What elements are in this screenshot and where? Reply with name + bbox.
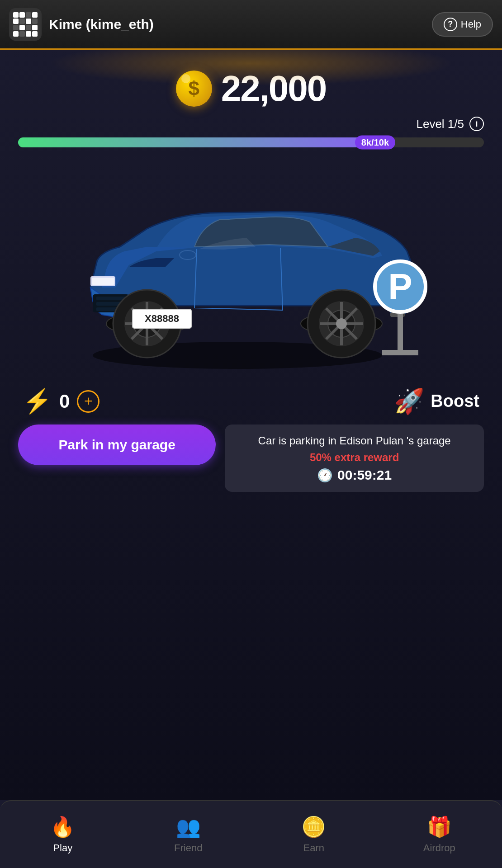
balance-amount: 22,000	[221, 68, 327, 109]
svg-rect-6	[92, 278, 114, 285]
app-header: Kime (kime_eth) ? Help	[0, 0, 502, 50]
add-energy-button[interactable]: +	[77, 390, 99, 413]
energy-left: ⚡ 0 +	[23, 387, 99, 415]
app-logo	[9, 8, 42, 41]
help-circle-icon: ?	[444, 18, 457, 31]
earn-icon: 🪙	[301, 815, 326, 839]
balance-row: $ 22,000	[176, 68, 327, 109]
nav-item-earn[interactable]: 🪙 Earn	[251, 815, 377, 854]
progress-bar-fill: 8k/10k	[18, 137, 391, 147]
header-left: Kime (kime_eth)	[9, 8, 154, 41]
coin-symbol: $	[188, 77, 199, 100]
info-icon[interactable]: i	[469, 117, 484, 131]
username-label: Kime (kime_eth)	[49, 17, 154, 32]
svg-point-26	[180, 250, 196, 259]
bottom-nav: 🔥 Play 👥 Friend 🪙 Earn 🎁 Airdrop	[0, 800, 502, 868]
level-row: Level 1/5 i	[18, 117, 484, 131]
level-text: Level 1/5	[416, 117, 464, 131]
progress-bar-container: 8k/10k	[18, 137, 484, 147]
coin-icon: $	[176, 71, 212, 107]
parking-location-text: Car is parking in Edison Pulan 's garage	[258, 434, 451, 448]
extra-reward-text: 50% extra reward	[310, 451, 399, 464]
help-label: Help	[461, 19, 481, 30]
airdrop-icon: 🎁	[427, 815, 452, 839]
nav-airdrop-label: Airdrop	[423, 842, 455, 854]
clock-icon: 🕐	[317, 468, 333, 483]
friend-icon: 👥	[176, 815, 201, 839]
energy-count: 0	[59, 391, 70, 412]
parking-circle-icon: P	[373, 259, 427, 314]
timer-row: 🕐 00:59:21	[317, 467, 392, 483]
timer-value: 00:59:21	[337, 467, 392, 483]
nav-item-airdrop[interactable]: 🎁 Airdrop	[377, 815, 502, 854]
info-icon-symbol: i	[475, 119, 478, 129]
nav-item-friend[interactable]: 👥 Friend	[126, 815, 251, 854]
nav-earn-label: Earn	[303, 842, 324, 854]
boost-section[interactable]: 🚀 Boost	[394, 387, 479, 415]
parking-sign: P	[373, 259, 427, 355]
play-icon: 🔥	[50, 815, 75, 839]
parking-base	[382, 350, 418, 355]
parking-info-box: Car is parking in Edison Pulan 's garage…	[225, 425, 484, 492]
park-in-garage-button[interactable]: Park in my garage	[18, 425, 216, 465]
parking-pole	[398, 314, 403, 350]
nav-item-play[interactable]: 🔥 Play	[0, 815, 126, 854]
help-button[interactable]: ? Help	[432, 12, 493, 37]
rocket-icon: 🚀	[394, 387, 424, 415]
action-row: Park in my garage Car is parking in Edis…	[18, 425, 484, 492]
nav-play-label: Play	[53, 842, 72, 854]
car-area: X88888 P	[18, 152, 484, 378]
nav-friend-label: Friend	[174, 842, 202, 854]
main-content: $ 22,000 Level 1/5 i 8k/10k	[0, 50, 502, 800]
svg-point-25	[336, 318, 347, 329]
progress-label: 8k/10k	[355, 136, 395, 150]
boost-label: Boost	[431, 392, 479, 411]
lightning-icon: ⚡	[23, 387, 52, 415]
energy-row: ⚡ 0 + 🚀 Boost	[18, 387, 484, 415]
car-visual: X88888 P	[66, 161, 436, 369]
progress-bar-background: 8k/10k	[18, 137, 484, 147]
svg-rect-2	[96, 297, 125, 300]
svg-text:X88888: X88888	[145, 313, 179, 324]
